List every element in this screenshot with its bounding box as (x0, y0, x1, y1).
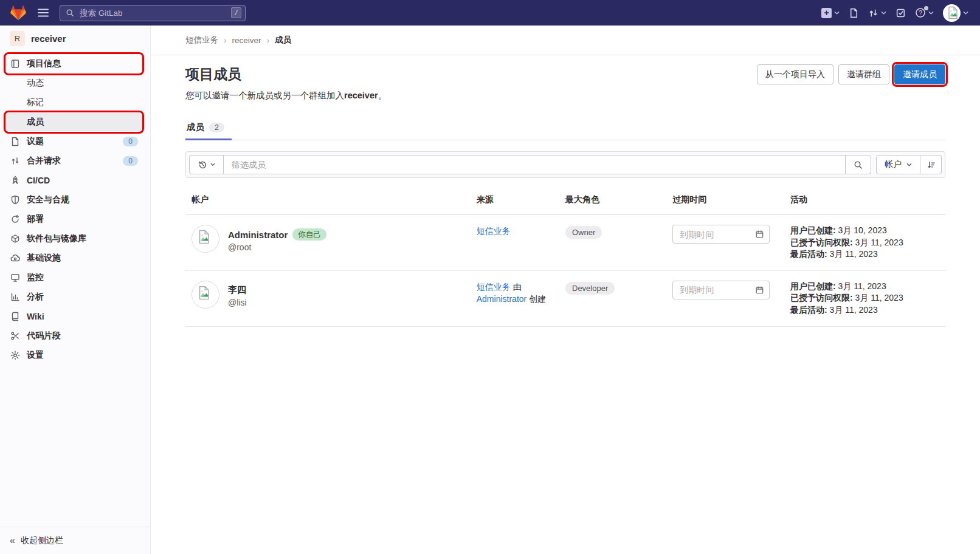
activity-value: 3月 11, 2023 (827, 305, 878, 315)
sidebar-item-infrastructure[interactable]: 基础设施 (6, 249, 142, 267)
breadcrumb-group-link[interactable]: 短信业务 (185, 35, 218, 46)
avatar (192, 281, 219, 309)
invite-member-button[interactable]: 邀请成员 (894, 64, 945, 84)
source-text: 由 (511, 282, 522, 292)
source-group-link[interactable]: 短信业务 (477, 282, 511, 292)
sidebar-item-project-info[interactable]: 项目信息 (6, 55, 142, 73)
sidebar-item-snippets[interactable]: 代码片段 (6, 327, 142, 345)
member-name: Administrator (228, 230, 288, 240)
calendar-icon (755, 286, 764, 295)
breadcrumb-separator: › (224, 36, 227, 45)
search-icon (66, 9, 74, 17)
col-header-activity: 活动 (784, 186, 945, 214)
user-menu-button[interactable] (941, 2, 970, 24)
breadcrumb-project-link[interactable]: receiver (232, 36, 261, 45)
sidebar-item-monitor[interactable]: 监控 (6, 268, 142, 287)
description-project-name: receiver (344, 91, 378, 100)
chevron-down-icon (834, 11, 840, 15)
global-search-input[interactable] (78, 8, 227, 18)
search-history-dropdown[interactable] (190, 156, 224, 174)
plus-icon: + (821, 8, 832, 18)
source-text: 创建 (526, 294, 546, 304)
history-icon (198, 160, 207, 169)
sidebar-item-deployments[interactable]: 部署 (6, 210, 142, 228)
sidebar-item-labels[interactable]: 标记 (6, 94, 142, 112)
member-name: 李四 (228, 284, 246, 296)
shield-icon (10, 195, 21, 205)
page-description: 您可以邀请一个新成员或另一个群组加入receiver。 (185, 90, 945, 101)
chevron-down-icon (210, 163, 215, 166)
sort-direction-button[interactable] (920, 155, 942, 174)
source-group-link[interactable]: 短信业务 (477, 226, 511, 236)
project-info-icon (10, 59, 21, 69)
sidebar-item-analytics[interactable]: 分析 (6, 288, 142, 306)
sidebar-item-activity[interactable]: 动态 (6, 74, 142, 92)
sidebar-item-cicd[interactable]: CI/CD (6, 171, 142, 190)
navbar-left: / (10, 5, 246, 21)
source-creator-link[interactable]: Administrator (477, 294, 526, 304)
search-submit-button[interactable] (845, 156, 871, 174)
table-row: Administrator 你自己 @root 短信业务 Owner (185, 215, 945, 271)
import-from-project-button[interactable]: 从一个项目导入 (757, 64, 833, 84)
cloud-gear-icon (10, 253, 21, 263)
todos-button[interactable] (894, 5, 908, 21)
activity-label: 用户已创建: (790, 281, 836, 291)
tab-members[interactable]: 成员 2 (185, 115, 232, 140)
chevron-down-icon (928, 11, 934, 15)
user-avatar (943, 4, 961, 22)
chevron-down-icon (963, 11, 968, 15)
members-tabs: 成员 2 (185, 115, 945, 140)
header-actions: 从一个项目导入 邀请群组 邀请成员 (757, 64, 945, 84)
merge-requests-shortcut-button[interactable] (866, 5, 888, 21)
mr-count-badge: 0 (123, 156, 138, 166)
project-header[interactable]: R receiver (0, 26, 150, 51)
chevron-down-icon (906, 163, 912, 167)
sidebar-item-issues[interactable]: 议题 0 (6, 132, 142, 151)
new-menu-button[interactable]: + (820, 5, 841, 21)
gitlab-logo[interactable] (10, 5, 27, 21)
todo-checkbox-icon (895, 8, 906, 18)
table-row: 李四 @lisi 短信业务 由 Administrator 创建 Develop… (185, 271, 945, 327)
search-shortcut-key: / (231, 7, 241, 18)
collapse-sidebar-label: 收起侧边栏 (21, 535, 63, 546)
filter-members-input[interactable] (224, 156, 845, 174)
main-content: 短信业务 › receiver › 成员 项目成员 从一个项目导入 邀请群组 邀… (151, 26, 980, 327)
sidebar-item-security[interactable]: 安全与合规 (6, 191, 142, 209)
monitor-icon (10, 273, 21, 282)
sidebar-item-members[interactable]: 成员 (6, 113, 142, 131)
expiration-date-field (672, 281, 770, 299)
activity-label: 最后活动: (790, 305, 827, 315)
sidebar-item-wiki[interactable]: Wiki (6, 307, 142, 326)
sidebar-item-merge-requests[interactable]: 合并请求 0 (6, 152, 142, 170)
table-header-row: 帐户 来源 最大角色 过期时间 活动 (185, 186, 945, 215)
hamburger-menu-icon[interactable] (35, 5, 51, 21)
global-search-box[interactable]: / (60, 5, 246, 21)
issues-count-badge: 0 (123, 137, 138, 146)
sort-field-dropdown[interactable]: 帐户 (876, 155, 920, 174)
calendar-icon (755, 230, 764, 239)
double-chevron-left-icon: « (10, 535, 15, 546)
issues-shortcut-button[interactable] (847, 5, 861, 21)
sidebar-item-settings[interactable]: 设置 (6, 346, 142, 364)
its-you-badge: 你自己 (292, 228, 326, 241)
col-header-source: 来源 (471, 186, 559, 214)
activity-label: 最后活动: (790, 249, 827, 259)
expiration-date-field (672, 225, 770, 244)
invite-group-button[interactable]: 邀请群组 (838, 64, 889, 84)
role-badge: Developer (565, 282, 615, 295)
activity-value: 3月 11, 2023 (853, 293, 903, 303)
sort-control: 帐户 (876, 155, 942, 174)
col-header-expiration: 过期时间 (666, 186, 784, 214)
breadcrumb: 短信业务 › receiver › 成员 (151, 26, 980, 55)
col-header-account: 帐户 (185, 186, 471, 214)
collapse-sidebar-button[interactable]: « 收起侧边栏 (0, 527, 150, 554)
description-suffix: 。 (378, 91, 387, 100)
members-page: 项目成员 从一个项目导入 邀请群组 邀请成员 您可以邀请一个新成员或另一个群组加… (151, 64, 980, 327)
sort-descending-icon (927, 160, 936, 169)
scissors-icon (10, 331, 21, 341)
filtered-search-box (189, 155, 871, 174)
search-icon (854, 160, 863, 169)
help-menu-button[interactable]: ? (913, 5, 936, 21)
sidebar-item-packages[interactable]: 软件包与镜像库 (6, 230, 142, 248)
chevron-down-icon (881, 11, 886, 15)
